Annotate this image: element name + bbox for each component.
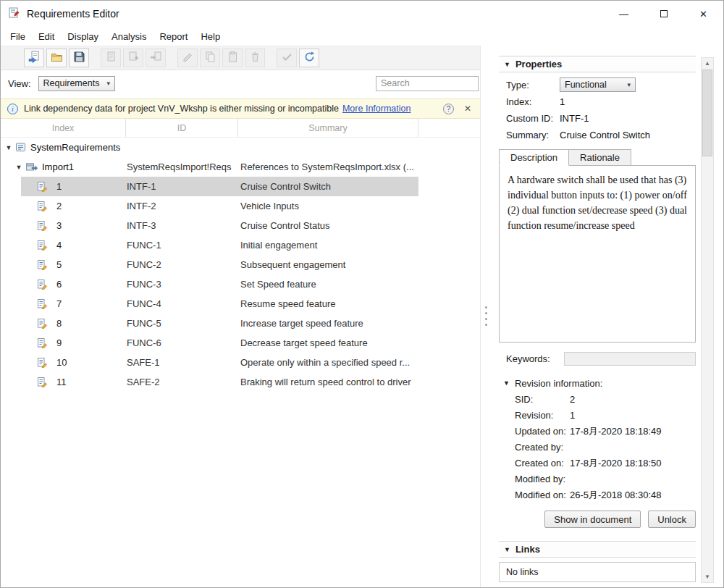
show-in-document-button[interactable]: Show in document	[544, 511, 641, 528]
requirements-browser-panel: View: Requirements ▾ i Link dependency d…	[1, 46, 481, 587]
revision-field-value: 1	[570, 410, 575, 421]
import-requirements-button[interactable]	[146, 49, 166, 67]
help-icon[interactable]: ?	[443, 104, 454, 114]
unlock-button[interactable]: Unlock	[648, 511, 696, 528]
table-row[interactable]: 6FUNC-3Set Speed feature	[1, 274, 418, 294]
requirement-icon	[36, 259, 48, 270]
new-requirement-set-button[interactable]	[24, 49, 44, 67]
requirements-tree: ▼ SystemRequirements ▼ Import1 SystemReq…	[1, 138, 480, 587]
revision-information-title: Revision information:	[515, 378, 602, 389]
chevron-down-icon: ▾	[627, 81, 631, 88]
banner-close-icon[interactable]: ✕	[464, 104, 471, 114]
table-row[interactable]: 2INTF-2Vehicle Inputs	[1, 196, 418, 216]
minimize-button[interactable]: —	[604, 1, 644, 27]
revision-field: Modified by:	[515, 472, 696, 486]
table-row[interactable]: 4FUNC-1Initial engagement	[1, 235, 418, 255]
delete-button[interactable]	[245, 49, 265, 67]
scroll-up-icon[interactable]: ▲	[702, 58, 713, 69]
add-requirement-button[interactable]	[101, 49, 121, 67]
table-row[interactable]: 11SAFE-2Braking will return speed contro…	[1, 372, 418, 392]
table-row[interactable]: 1INTF-1Cruise Control Switch	[1, 177, 418, 196]
add-child-requirement-button[interactable]	[123, 49, 143, 67]
column-header-summary[interactable]: Summary	[237, 119, 418, 137]
menu-item-display[interactable]: Display	[61, 29, 105, 44]
table-row[interactable]: 3INTF-3Cruise Control Status	[1, 216, 418, 235]
column-header-index[interactable]: Index	[1, 119, 125, 137]
revision-information-header[interactable]: ▼ Revision information:	[503, 376, 696, 390]
menu-item-edit[interactable]: Edit	[32, 29, 61, 44]
window-title: Requirements Editor	[27, 8, 119, 20]
check-button[interactable]	[277, 49, 297, 67]
menu-item-help[interactable]: Help	[194, 29, 227, 44]
table-row[interactable]: 5FUNC-2Subsequent engagement	[1, 255, 418, 274]
row-id: SystemReqsImport!Reqs	[125, 157, 237, 177]
properties-panel: ▼ Properties Type: Functional ▾ Index: 1…	[494, 46, 723, 587]
revision-field-label: Modified by:	[515, 474, 570, 484]
collapse-caret-icon[interactable]: ▼	[14, 164, 23, 171]
minimize-icon: —	[619, 9, 628, 20]
collapse-caret-icon[interactable]: ▼	[4, 144, 13, 151]
cut-button[interactable]	[177, 49, 198, 67]
scroll-down-icon[interactable]: ▼	[702, 571, 713, 582]
menu-item-report[interactable]: Report	[153, 29, 194, 44]
paste-button[interactable]	[222, 49, 243, 67]
scrollbar-thumb[interactable]	[702, 70, 712, 156]
refresh-button[interactable]	[299, 49, 319, 67]
vertical-scrollbar[interactable]: ▲ ▼	[701, 57, 714, 583]
row-id: FUNC-6	[125, 333, 237, 353]
close-button[interactable]: ✕	[683, 1, 723, 27]
menu-item-analysis[interactable]: Analysis	[105, 29, 153, 44]
row-index: 6	[56, 279, 62, 290]
tab-rationale[interactable]: Rationale	[568, 149, 631, 166]
summary-label: Summary:	[506, 130, 560, 140]
table-row[interactable]: 10SAFE-1Operate only within a specified …	[1, 353, 418, 372]
requirement-icon	[36, 318, 48, 329]
links-section-header[interactable]: ▼ Links	[499, 541, 696, 558]
tree-row-import1[interactable]: ▼ Import1 SystemReqsImport!Reqs Referenc…	[1, 157, 418, 177]
table-row[interactable]: 7FUNC-4Resume speed feature	[1, 294, 418, 314]
revision-field: Revision:1	[515, 408, 696, 422]
tab-description[interactable]: Description	[499, 149, 569, 166]
view-dropdown[interactable]: Requirements ▾	[38, 76, 115, 91]
search-input[interactable]	[376, 76, 479, 91]
summary-field-row: Summary: Cruise Control Switch	[506, 127, 696, 142]
custom-id-field-row: Custom ID: INTF-1	[506, 111, 696, 125]
keywords-input[interactable]	[564, 352, 696, 366]
menu-bar: File Edit Display Analysis Report Help	[1, 27, 723, 46]
section-collapse-icon: ▼	[503, 379, 510, 387]
index-value: 1	[560, 96, 565, 107]
requirement-icon	[36, 279, 48, 290]
column-header-id[interactable]: ID	[125, 119, 237, 137]
description-editor[interactable]: A hardware switch shall be used that has…	[499, 165, 696, 343]
table-row[interactable]: 8FUNC-5Increase target speed feature	[1, 314, 418, 333]
open-button[interactable]	[46, 49, 67, 67]
revision-field-label: SID:	[515, 394, 570, 405]
requirement-icon	[36, 337, 48, 348]
copy-button[interactable]	[200, 49, 220, 67]
properties-section-header[interactable]: ▼ Properties	[499, 56, 696, 72]
requirement-icon	[36, 220, 48, 231]
menu-item-file[interactable]: File	[4, 29, 32, 44]
row-id: INTF-3	[125, 216, 237, 235]
panel-splitter[interactable]	[481, 46, 494, 587]
requirements-editor-window: Requirements Editor — ✕ File Edit Displa…	[0, 0, 724, 588]
row-id: FUNC-2	[125, 255, 237, 274]
app-icon	[8, 7, 21, 22]
view-bar: View: Requirements ▾	[1, 70, 480, 96]
requirement-set-icon	[15, 142, 27, 153]
maximize-button[interactable]	[644, 1, 683, 27]
revision-field-value: 17-8月-2020 18:18:50	[570, 457, 661, 470]
revision-field-label: Created on:	[515, 458, 570, 469]
close-icon: ✕	[699, 9, 707, 20]
title-bar: Requirements Editor — ✕	[1, 1, 723, 27]
type-field-row: Type: Functional ▾	[506, 77, 696, 92]
save-button[interactable]	[69, 49, 89, 67]
more-information-link[interactable]: More Information	[342, 104, 411, 114]
table-row[interactable]: 9FUNC-6Decrease target speed feature	[1, 333, 418, 353]
view-label: View:	[8, 78, 31, 89]
revision-field: SID:2	[515, 392, 696, 406]
type-dropdown[interactable]: Functional ▾	[560, 77, 636, 92]
maximize-icon	[660, 10, 668, 17]
tree-row-systemrequirements[interactable]: ▼ SystemRequirements	[1, 138, 418, 157]
row-id: SAFE-2	[125, 372, 237, 392]
